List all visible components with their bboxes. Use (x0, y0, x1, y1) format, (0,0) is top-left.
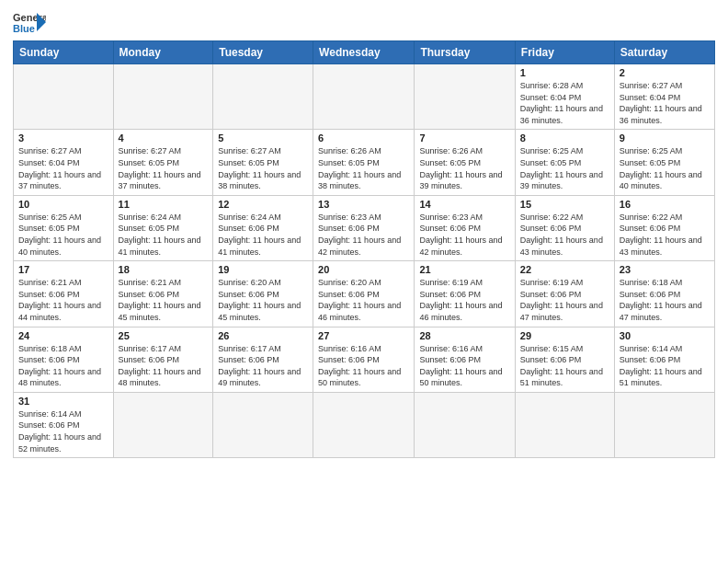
calendar-cell: 4Sunrise: 6:27 AM Sunset: 6:05 PM Daylig… (113, 130, 213, 195)
day-info: Sunrise: 6:23 AM Sunset: 6:06 PM Dayligh… (318, 212, 409, 258)
header-wednesday: Wednesday (313, 41, 415, 64)
calendar-cell: 1Sunrise: 6:28 AM Sunset: 6:04 PM Daylig… (515, 64, 614, 130)
day-info: Sunrise: 6:15 AM Sunset: 6:06 PM Dayligh… (520, 343, 609, 389)
calendar-cell: 13Sunrise: 6:23 AM Sunset: 6:06 PM Dayli… (313, 195, 415, 260)
day-info: Sunrise: 6:28 AM Sunset: 6:04 PM Dayligh… (520, 80, 609, 126)
day-info: Sunrise: 6:21 AM Sunset: 6:06 PM Dayligh… (18, 277, 108, 323)
day-info: Sunrise: 6:24 AM Sunset: 6:05 PM Dayligh… (119, 212, 209, 258)
logo: General Blue (13, 9, 46, 35)
calendar-cell (113, 64, 213, 130)
calendar-cell: 9Sunrise: 6:25 AM Sunset: 6:05 PM Daylig… (614, 130, 714, 195)
page: General Blue SundayMondayTuesdayWednesda… (0, 0, 728, 467)
day-info: Sunrise: 6:16 AM Sunset: 6:06 PM Dayligh… (419, 343, 509, 389)
day-info: Sunrise: 6:27 AM Sunset: 6:04 PM Dayligh… (18, 145, 108, 191)
calendar-cell (313, 392, 415, 457)
week-row-2: 10Sunrise: 6:25 AM Sunset: 6:05 PM Dayli… (14, 195, 715, 260)
day-number: 12 (218, 199, 308, 210)
header-thursday: Thursday (415, 41, 515, 64)
calendar-cell: 8Sunrise: 6:25 AM Sunset: 6:05 PM Daylig… (515, 130, 614, 195)
calendar-cell: 28Sunrise: 6:16 AM Sunset: 6:06 PM Dayli… (415, 327, 515, 392)
day-number: 31 (18, 396, 108, 407)
day-info: Sunrise: 6:14 AM Sunset: 6:06 PM Dayligh… (18, 408, 108, 454)
calendar-cell: 26Sunrise: 6:17 AM Sunset: 6:06 PM Dayli… (213, 327, 313, 392)
calendar-cell: 7Sunrise: 6:26 AM Sunset: 6:05 PM Daylig… (415, 130, 515, 195)
header-tuesday: Tuesday (213, 41, 313, 64)
day-number: 15 (520, 199, 609, 210)
calendar-cell: 30Sunrise: 6:14 AM Sunset: 6:06 PM Dayli… (614, 327, 714, 392)
day-info: Sunrise: 6:23 AM Sunset: 6:06 PM Dayligh… (419, 212, 509, 258)
day-info: Sunrise: 6:17 AM Sunset: 6:06 PM Dayligh… (119, 343, 209, 389)
day-info: Sunrise: 6:24 AM Sunset: 6:06 PM Dayligh… (218, 212, 308, 258)
day-info: Sunrise: 6:19 AM Sunset: 6:06 PM Dayligh… (520, 277, 609, 323)
day-number: 11 (119, 199, 209, 210)
day-info: Sunrise: 6:27 AM Sunset: 6:05 PM Dayligh… (218, 145, 308, 191)
day-number: 26 (218, 330, 308, 341)
day-info: Sunrise: 6:19 AM Sunset: 6:06 PM Dayligh… (419, 277, 509, 323)
week-row-3: 17Sunrise: 6:21 AM Sunset: 6:06 PM Dayli… (14, 261, 715, 327)
calendar-cell (515, 392, 614, 457)
day-number: 27 (318, 330, 409, 341)
calendar-cell: 29Sunrise: 6:15 AM Sunset: 6:06 PM Dayli… (515, 327, 614, 392)
day-number: 9 (620, 132, 710, 144)
day-number: 21 (419, 264, 509, 275)
calendar-cell (213, 64, 313, 130)
calendar-cell: 5Sunrise: 6:27 AM Sunset: 6:05 PM Daylig… (213, 130, 313, 195)
calendar-cell: 15Sunrise: 6:22 AM Sunset: 6:06 PM Dayli… (515, 195, 614, 260)
day-info: Sunrise: 6:26 AM Sunset: 6:05 PM Dayligh… (318, 145, 409, 191)
day-number: 6 (318, 132, 409, 144)
calendar-cell (113, 392, 213, 457)
day-info: Sunrise: 6:21 AM Sunset: 6:06 PM Dayligh… (119, 277, 209, 323)
day-number: 19 (218, 264, 308, 275)
calendar-cell (415, 64, 515, 130)
day-info: Sunrise: 6:16 AM Sunset: 6:06 PM Dayligh… (318, 343, 409, 389)
day-info: Sunrise: 6:22 AM Sunset: 6:06 PM Dayligh… (520, 212, 609, 258)
day-info: Sunrise: 6:22 AM Sunset: 6:06 PM Dayligh… (620, 212, 710, 258)
calendar-cell: 21Sunrise: 6:19 AM Sunset: 6:06 PM Dayli… (415, 261, 515, 327)
day-number: 29 (520, 330, 609, 341)
calendar-cell: 31Sunrise: 6:14 AM Sunset: 6:06 PM Dayli… (14, 392, 114, 457)
header-saturday: Saturday (614, 41, 714, 64)
header: General Blue (13, 9, 715, 35)
day-info: Sunrise: 6:18 AM Sunset: 6:06 PM Dayligh… (620, 277, 710, 323)
calendar-cell (14, 64, 114, 130)
logo-icon: General Blue (13, 9, 46, 35)
day-number: 30 (620, 330, 710, 341)
day-info: Sunrise: 6:18 AM Sunset: 6:06 PM Dayligh… (18, 343, 108, 389)
day-info: Sunrise: 6:26 AM Sunset: 6:05 PM Dayligh… (419, 145, 509, 191)
calendar-cell: 14Sunrise: 6:23 AM Sunset: 6:06 PM Dayli… (415, 195, 515, 260)
day-number: 28 (419, 330, 509, 341)
calendar-cell: 3Sunrise: 6:27 AM Sunset: 6:04 PM Daylig… (14, 130, 114, 195)
day-number: 18 (119, 264, 209, 275)
day-info: Sunrise: 6:25 AM Sunset: 6:05 PM Dayligh… (520, 145, 609, 191)
day-number: 22 (520, 264, 609, 275)
day-number: 13 (318, 199, 409, 210)
day-number: 23 (620, 264, 710, 275)
day-info: Sunrise: 6:25 AM Sunset: 6:05 PM Dayligh… (620, 145, 710, 191)
calendar-cell: 23Sunrise: 6:18 AM Sunset: 6:06 PM Dayli… (614, 261, 714, 327)
day-number: 17 (18, 264, 108, 275)
calendar-cell (415, 392, 515, 457)
week-row-0: 1Sunrise: 6:28 AM Sunset: 6:04 PM Daylig… (14, 64, 715, 130)
calendar-cell (313, 64, 415, 130)
calendar-cell: 10Sunrise: 6:25 AM Sunset: 6:05 PM Dayli… (14, 195, 114, 260)
calendar-cell: 19Sunrise: 6:20 AM Sunset: 6:06 PM Dayli… (213, 261, 313, 327)
calendar-cell: 20Sunrise: 6:20 AM Sunset: 6:06 PM Dayli… (313, 261, 415, 327)
day-info: Sunrise: 6:27 AM Sunset: 6:05 PM Dayligh… (119, 145, 209, 191)
svg-text:Blue: Blue (13, 23, 35, 34)
calendar-cell (213, 392, 313, 457)
header-sunday: Sunday (14, 41, 114, 64)
day-info: Sunrise: 6:17 AM Sunset: 6:06 PM Dayligh… (218, 343, 308, 389)
day-number: 20 (318, 264, 409, 275)
day-info: Sunrise: 6:14 AM Sunset: 6:06 PM Dayligh… (620, 343, 710, 389)
day-info: Sunrise: 6:20 AM Sunset: 6:06 PM Dayligh… (218, 277, 308, 323)
calendar-cell: 27Sunrise: 6:16 AM Sunset: 6:06 PM Dayli… (313, 327, 415, 392)
calendar-cell: 2Sunrise: 6:27 AM Sunset: 6:04 PM Daylig… (614, 64, 714, 130)
week-row-1: 3Sunrise: 6:27 AM Sunset: 6:04 PM Daylig… (14, 130, 715, 195)
day-info: Sunrise: 6:27 AM Sunset: 6:04 PM Dayligh… (620, 80, 710, 126)
day-info: Sunrise: 6:25 AM Sunset: 6:05 PM Dayligh… (18, 212, 108, 258)
calendar-cell: 18Sunrise: 6:21 AM Sunset: 6:06 PM Dayli… (113, 261, 213, 327)
header-friday: Friday (515, 41, 614, 64)
header-monday: Monday (113, 41, 213, 64)
day-info: Sunrise: 6:20 AM Sunset: 6:06 PM Dayligh… (318, 277, 409, 323)
day-number: 24 (18, 330, 108, 341)
